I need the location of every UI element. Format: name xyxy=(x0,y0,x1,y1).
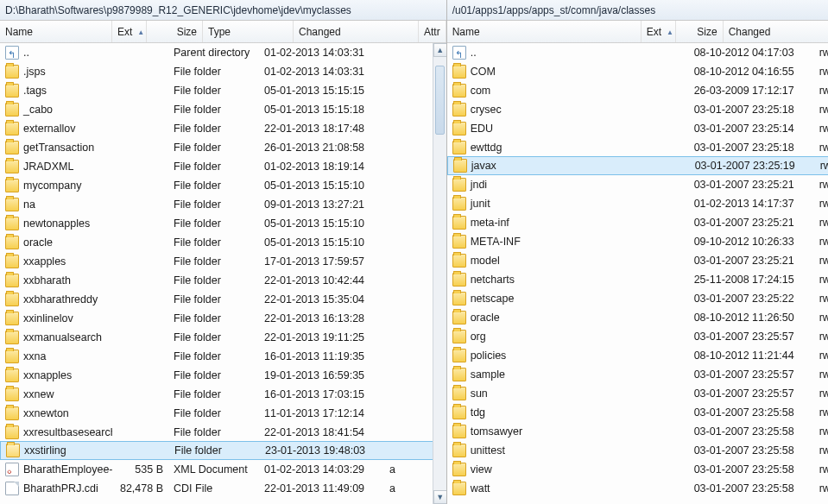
file-size xyxy=(112,214,168,233)
file-row[interactable]: tdg03-01-2007 23:25:58rwxr-xr-xapplm... xyxy=(447,403,828,422)
file-row[interactable]: sun03-01-2007 23:25:57rwxr-xr-xapplm... xyxy=(447,384,828,403)
file-row[interactable]: .tagsFile folder05-01-2013 15:15:15 xyxy=(0,81,446,100)
file-row[interactable]: mycompanyFile folder05-01-2013 15:15:10 xyxy=(0,176,446,195)
file-name-cell: xxstirling xyxy=(1,442,113,459)
file-row[interactable]: xxstirlingFile folder23-01-2013 19:48:03 xyxy=(0,441,446,460)
file-row[interactable]: view03-01-2007 23:25:58rwxr-xr-xapplm... xyxy=(447,460,828,479)
file-size xyxy=(112,119,168,138)
file-type: File folder xyxy=(168,81,259,100)
file-changed: 01-02-2013 14:17:37 xyxy=(689,194,814,213)
file-row[interactable]: org03-01-2007 23:25:57rwxr-xr-xapplm... xyxy=(447,327,828,346)
folder-icon xyxy=(452,141,466,154)
file-size xyxy=(112,138,168,157)
file-changed: 22-01-2013 15:35:04 xyxy=(259,290,384,309)
right-path[interactable]: /u01/apps1/apps/apps_st/comn/java/classe… xyxy=(447,0,828,21)
file-rights: rwxr-xr-x xyxy=(814,232,828,251)
file-changed: 03-01-2007 23:25:58 xyxy=(689,422,814,441)
file-row[interactable]: xxbharathFile folder22-01-2013 10:42:44 xyxy=(0,271,446,290)
file-row[interactable]: _caboFile folder05-01-2013 15:15:18 xyxy=(0,100,446,119)
file-row[interactable]: jndi03-01-2007 23:25:21rwxr-xr-xapplm... xyxy=(447,175,828,194)
left-col-type[interactable]: Type xyxy=(203,21,294,42)
file-row[interactable]: unittest03-01-2007 23:25:58rwxr-xr-xappl… xyxy=(447,441,828,460)
scroll-thumb[interactable] xyxy=(435,66,445,135)
file-name-cell: EDU xyxy=(447,119,642,138)
left-col-changed[interactable]: Changed xyxy=(294,21,419,42)
file-row[interactable]: externallovFile folder22-01-2013 18:17:4… xyxy=(0,119,446,138)
file-name-cell: policies xyxy=(447,346,642,365)
left-scrollbar[interactable]: ▲ ▼ xyxy=(433,43,446,504)
file-row[interactable]: policies08-10-2012 11:21:44rwxr-xr-xappl… xyxy=(447,346,828,365)
right-col-size[interactable]: Size xyxy=(676,21,724,42)
file-row[interactable]: xxnapplesFile folder19-01-2013 16:59:35 xyxy=(0,366,446,385)
file-changed: 05-01-2013 15:15:15 xyxy=(259,81,384,100)
file-name: newtonapples xyxy=(23,214,90,233)
file-row[interactable]: model03-01-2007 23:25:21rwxr-xr-xapplm..… xyxy=(447,251,828,270)
file-row[interactable]: ewttdg03-01-2007 23:25:18rwxr-xr-xapplm.… xyxy=(447,138,828,157)
scroll-down-icon[interactable]: ▼ xyxy=(433,490,446,504)
file-row[interactable]: crysec03-01-2007 23:25:18rwxr-xr-xapplm.… xyxy=(447,100,828,119)
file-name-cell: .jsps xyxy=(0,62,112,81)
file-row[interactable]: BharathPRJ.cdi82,478 BCDI File22-01-2013… xyxy=(0,479,446,498)
file-size xyxy=(642,441,689,460)
file-row[interactable]: xxresultbasesearchFile folder22-01-2013 … xyxy=(0,423,446,442)
folder-icon xyxy=(452,197,466,211)
file-row[interactable]: ..Parent directory01-02-2013 14:03:31 xyxy=(0,43,446,62)
file-changed: 01-02-2013 18:19:14 xyxy=(259,157,384,176)
file-row[interactable]: BharathEmployee-oc...535 BXML Document01… xyxy=(0,460,446,479)
file-row[interactable]: netscape03-01-2007 23:25:22rwxr-xr-xappl… xyxy=(447,289,828,308)
file-name-cell: .tags xyxy=(0,81,112,100)
left-col-ext[interactable]: Ext xyxy=(112,21,147,42)
file-row[interactable]: tomsawyer03-01-2007 23:25:58rwxr-xr-xapp… xyxy=(447,422,828,441)
file-row[interactable]: watt03-01-2007 23:25:58rwxr-xr-xapplm... xyxy=(447,479,828,498)
file-row[interactable]: oracle08-10-2012 11:26:50rwxr-xr-xapplm.… xyxy=(447,308,828,327)
file-name: xxbharath xyxy=(23,271,71,290)
file-row[interactable]: xxbharathreddyFile folder22-01-2013 15:3… xyxy=(0,290,446,309)
file-row[interactable]: ..08-10-2012 04:17:03rwxr-xr-xapplm... xyxy=(447,43,828,62)
file-type: File folder xyxy=(168,119,259,138)
file-name: getTransaction xyxy=(23,138,94,157)
file-row[interactable]: COM08-10-2012 04:16:55rwxr-xr-xapplm... xyxy=(447,62,828,81)
file-row[interactable]: xxnaFile folder16-01-2013 11:19:35 xyxy=(0,347,446,366)
file-row[interactable]: xxinlinelovFile folder22-01-2013 16:13:2… xyxy=(0,309,446,328)
left-path[interactable]: D:\Bharath\Softwares\p9879989_R12_GENERI… xyxy=(0,0,446,21)
file-row[interactable]: xxmanualsearchFile folder22-01-2013 19:1… xyxy=(0,328,446,347)
scroll-up-icon[interactable]: ▲ xyxy=(433,43,446,57)
file-row[interactable]: meta-inf03-01-2007 23:25:21rwxr-xr-xappl… xyxy=(447,213,828,232)
folder-icon xyxy=(452,292,466,306)
file-changed: 03-01-2007 23:25:58 xyxy=(689,441,814,460)
scroll-track[interactable] xyxy=(433,57,446,490)
file-row[interactable]: com26-03-2009 17:12:17rwxr-xr-xapplm... xyxy=(447,81,828,100)
file-size xyxy=(642,403,689,422)
right-col-changed[interactable]: Changed xyxy=(724,21,828,42)
folder-icon xyxy=(452,65,466,79)
right-col-name[interactable]: Name xyxy=(447,21,642,42)
folder-icon xyxy=(452,84,466,98)
file-changed: 03-01-2007 23:25:58 xyxy=(689,403,814,422)
right-col-ext[interactable]: Ext xyxy=(642,21,676,42)
file-row[interactable]: .jspsFile folder01-02-2013 14:03:31 xyxy=(0,62,446,81)
file-row[interactable]: JRADXMLFile folder01-02-2013 18:19:14 xyxy=(0,157,446,176)
folder-icon xyxy=(5,65,19,79)
file-row[interactable]: META-INF09-10-2012 10:26:33rwxr-xr-xappl… xyxy=(447,232,828,251)
file-row[interactable]: sample03-01-2007 23:25:57rwxr-xr-xapplm.… xyxy=(447,365,828,384)
file-name-cell: COM xyxy=(447,62,642,81)
file-size xyxy=(113,442,169,459)
file-type: File folder xyxy=(168,176,259,195)
file-row[interactable]: javax03-01-2007 23:25:19rwxr-xr-xapplm..… xyxy=(447,156,828,175)
left-col-name[interactable]: Name xyxy=(0,21,112,42)
file-row[interactable]: xxapplesFile folder17-01-2013 17:59:57 xyxy=(0,252,446,271)
left-col-size[interactable]: Size xyxy=(147,21,203,42)
file-row[interactable]: netcharts25-11-2008 17:24:15rwxr-xr-xapp… xyxy=(447,270,828,289)
file-row[interactable]: getTransactionFile folder26-01-2013 21:0… xyxy=(0,138,446,157)
file-row[interactable]: EDU03-01-2007 23:25:14rwxr-xr-xapplm... xyxy=(447,119,828,138)
folder-icon xyxy=(452,444,466,457)
folder-icon xyxy=(5,122,19,135)
file-row[interactable]: junit01-02-2013 14:17:37rwxr-xr-xapplm..… xyxy=(447,194,828,213)
file-row[interactable]: xxnewtonFile folder11-01-2013 17:12:14 xyxy=(0,404,446,423)
file-row[interactable]: newtonapplesFile folder05-01-2013 15:15:… xyxy=(0,214,446,233)
file-row[interactable]: xxnewFile folder16-01-2013 17:03:15 xyxy=(0,385,446,404)
file-row[interactable]: oracleFile folder05-01-2013 15:15:10 xyxy=(0,233,446,252)
left-col-attr[interactable]: Attr xyxy=(419,21,446,42)
left-header: Name Ext Size Type Changed Attr xyxy=(0,21,446,43)
file-row[interactable]: naFile folder09-01-2013 13:27:21 xyxy=(0,195,446,214)
